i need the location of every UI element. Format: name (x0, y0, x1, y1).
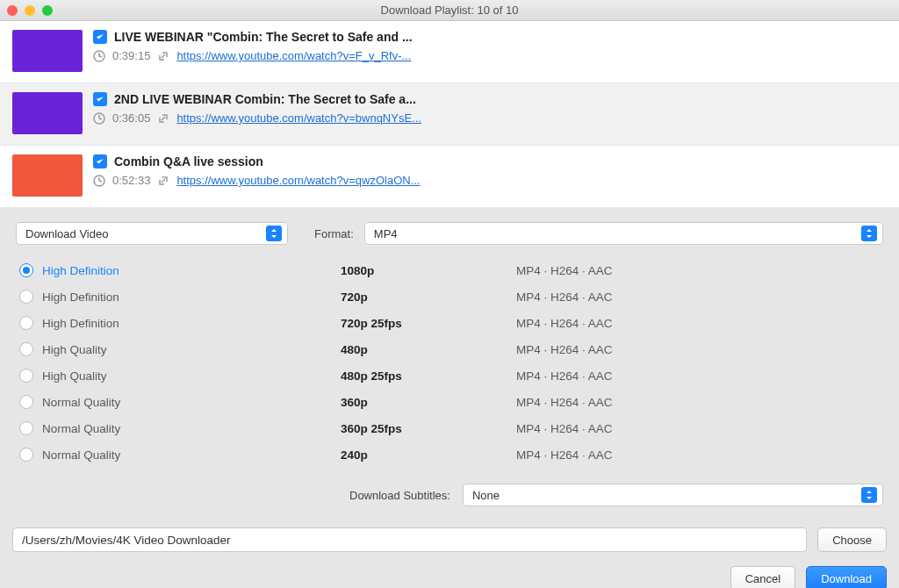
mode-value: Download Video (25, 227, 108, 240)
quality-name: High Quality (42, 369, 341, 383)
savepath-input[interactable]: /Users/zh/Movies/4K Video Downloader (12, 527, 807, 552)
clock-icon (93, 50, 105, 62)
playlist-item-url[interactable]: https://www.youtube.com/watch?v=bwnqNYsE… (176, 111, 421, 125)
playlist-item[interactable]: Combin Q&A live session0:52:33https://ww… (0, 146, 899, 208)
quality-resolution: 1080p (341, 264, 516, 277)
quality-codec: MP4 · H264 · AAC (516, 422, 613, 435)
footer: Cancel Download (0, 557, 899, 588)
quality-name: High Definition (42, 264, 341, 277)
quality-name: Normal Quality (42, 396, 341, 409)
playlist-item-title: Combin Q&A live session (114, 154, 263, 169)
download-button[interactable]: Download (806, 566, 887, 588)
playlist-item-duration: 0:52:33 (112, 174, 150, 187)
radio[interactable] (19, 448, 33, 462)
quality-codec: MP4 · H264 · AAC (516, 290, 613, 304)
clock-icon (93, 112, 105, 125)
mode-select[interactable]: Download Video (16, 222, 288, 245)
quality-list: High Definition1080pMP4 · H264 · AACHigh… (0, 252, 899, 475)
format-label: Format: (314, 227, 354, 240)
quality-name: Normal Quality (42, 422, 341, 435)
quality-option[interactable]: High Quality480p 25fpsMP4 · H264 · AAC (19, 362, 883, 389)
titlebar: Download Playlist: 10 of 10 (0, 0, 899, 21)
savepath-row: /Users/zh/Movies/4K Video Downloader Cho… (0, 519, 899, 557)
quality-codec: MP4 · H264 · AAC (516, 396, 613, 409)
quality-name: Normal Quality (42, 448, 341, 462)
thumbnail (12, 92, 83, 134)
playlist-item-duration: 0:39:15 (112, 49, 150, 62)
format-controls: Download Video Format: MP4 (0, 208, 899, 252)
checkbox[interactable] (93, 30, 107, 44)
playlist-item-duration: 0:36:05 (112, 111, 150, 125)
radio[interactable] (19, 421, 33, 435)
choose-button[interactable]: Choose (817, 527, 887, 552)
window-title: Download Playlist: 10 of 10 (0, 4, 899, 17)
quality-resolution: 720p (341, 290, 516, 304)
radio[interactable] (19, 395, 33, 409)
savepath-value: /Users/zh/Movies/4K Video Downloader (22, 534, 231, 547)
quality-option[interactable]: High Quality480pMP4 · H264 · AAC (19, 336, 883, 362)
subtitles-label: Download Subtitles: (349, 489, 450, 502)
quality-resolution: 360p (341, 396, 516, 409)
subtitles-row: Download Subtitles: None (0, 475, 899, 519)
playlist-item[interactable]: LIVE WEBINAR "Combin: The Secret to Safe… (0, 21, 899, 83)
quality-option[interactable]: Normal Quality360pMP4 · H264 · AAC (19, 389, 883, 415)
playlist-item-title: LIVE WEBINAR "Combin: The Secret to Safe… (114, 30, 413, 44)
playlist-item-url[interactable]: https://www.youtube.com/watch?v=qwzOlaON… (176, 174, 420, 187)
quality-codec: MP4 · H264 · AAC (516, 343, 613, 356)
quality-codec: MP4 · H264 · AAC (516, 317, 613, 330)
quality-resolution: 720p 25fps (341, 317, 516, 330)
quality-resolution: 360p 25fps (341, 422, 516, 435)
quality-option[interactable]: High Definition720pMP4 · H264 · AAC (19, 283, 883, 310)
chevron-up-down-icon (861, 487, 877, 503)
format-value: MP4 (374, 227, 398, 240)
quality-resolution: 240p (341, 448, 516, 462)
playlist-item-url[interactable]: https://www.youtube.com/watch?v=F_v_Rfv-… (176, 49, 411, 62)
chevron-up-down-icon (861, 226, 877, 241)
checkbox[interactable] (93, 154, 107, 169)
link-icon (157, 50, 169, 62)
thumbnail (12, 154, 83, 197)
radio[interactable] (19, 369, 33, 383)
quality-resolution: 480p 25fps (341, 369, 516, 383)
subtitles-select[interactable]: None (463, 484, 883, 506)
quality-name: High Definition (42, 290, 341, 304)
radio[interactable] (19, 316, 33, 330)
playlist-item-title: 2ND LIVE WEBINAR Combin: The Secret to S… (114, 92, 416, 106)
cancel-button[interactable]: Cancel (730, 566, 795, 588)
quality-resolution: 480p (341, 343, 516, 356)
clock-icon (93, 175, 105, 187)
quality-option[interactable]: Normal Quality240pMP4 · H264 · AAC (19, 441, 883, 468)
playlist: LIVE WEBINAR "Combin: The Secret to Safe… (0, 21, 899, 208)
link-icon (157, 112, 169, 125)
quality-codec: MP4 · H264 · AAC (516, 264, 613, 277)
quality-name: High Definition (42, 317, 341, 330)
quality-option[interactable]: High Definition720p 25fpsMP4 · H264 · AA… (19, 310, 883, 336)
chevron-up-down-icon (266, 226, 282, 241)
radio[interactable] (19, 290, 33, 304)
radio[interactable] (19, 342, 33, 356)
radio[interactable] (19, 263, 33, 277)
thumbnail (12, 30, 83, 72)
playlist-item[interactable]: 2ND LIVE WEBINAR Combin: The Secret to S… (0, 83, 899, 146)
quality-option[interactable]: Normal Quality360p 25fpsMP4 · H264 · AAC (19, 415, 883, 441)
quality-option[interactable]: High Definition1080pMP4 · H264 · AAC (19, 257, 883, 283)
link-icon (157, 175, 169, 187)
quality-codec: MP4 · H264 · AAC (516, 448, 613, 462)
format-select[interactable]: MP4 (364, 222, 883, 245)
subtitles-value: None (472, 489, 500, 502)
quality-codec: MP4 · H264 · AAC (516, 369, 613, 383)
quality-name: High Quality (42, 343, 341, 356)
checkbox[interactable] (93, 92, 107, 106)
